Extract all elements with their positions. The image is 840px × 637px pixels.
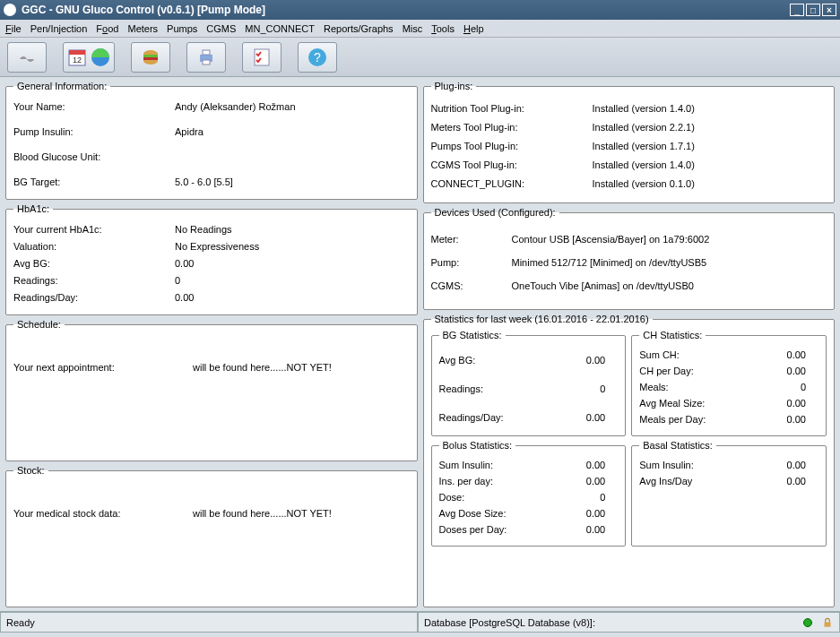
- plugin-status: Installed (version 1.4.0): [593, 101, 827, 116]
- ch-perday-value: 0.00: [765, 364, 818, 378]
- close-button[interactable]: ×: [822, 4, 836, 16]
- hba1c-rpd-label: Readings/Day:: [13, 290, 175, 305]
- content-area: General Information: Your Name:Andy (Ale…: [0, 77, 840, 611]
- bolus-sum-value: 0.00: [565, 458, 619, 472]
- menu-cgms[interactable]: CGMS: [206, 23, 236, 34]
- lock-icon: [821, 616, 834, 629]
- toolbar-button-5[interactable]: [242, 42, 281, 73]
- svg-rect-12: [825, 622, 831, 626]
- bolus-dpd-value: 0.00: [565, 522, 619, 537]
- globe-icon: [90, 47, 111, 68]
- svg-rect-5: [143, 57, 158, 60]
- device-kind: CGMS:: [431, 279, 512, 293]
- bolus-sum-label: Sum Insulin:: [439, 458, 565, 472]
- stock-value: will be found here......NOT YET!: [193, 508, 410, 519]
- titlebar: GGC - GNU Gluco Control (v0.6.1) [Pump M…: [0, 0, 840, 20]
- menu-file[interactable]: File: [5, 23, 22, 34]
- ch-avgmeal-label: Avg Meal Size:: [639, 396, 765, 410]
- hba1c-panel: HbA1c: Your current HbA1c:No Readings Va…: [5, 203, 418, 315]
- status-right: Database [PostgreSQL Database (v8)]:: [418, 612, 840, 633]
- toolbar: 12 ?: [0, 38, 840, 77]
- plugin-status: Installed (version 1.7.1): [593, 139, 827, 153]
- ch-mpd-value: 0.00: [765, 412, 818, 426]
- stats-panel: Statistics for last week (16.01.2016 - 2…: [423, 314, 836, 607]
- bg-rpd-value: 0.00: [565, 410, 619, 425]
- app-icon: [4, 4, 16, 16]
- statusbar: Ready Database [PostgreSQL Database (v8)…: [0, 611, 840, 633]
- bg-readings-value: 0: [565, 382, 619, 396]
- hba1c-readings-value: 0: [175, 273, 410, 288]
- maximize-button[interactable]: □: [806, 4, 820, 16]
- ch-stats-panel: CH Statistics: Sum CH:0.00 CH per Day:0.…: [631, 330, 827, 436]
- plugin-name: Meters Tool Plug-in:: [431, 120, 593, 134]
- toolbar-button-3[interactable]: [131, 42, 170, 73]
- menu-meters[interactable]: Meters: [127, 23, 158, 34]
- right-column: Plug-ins: Nutrition Tool Plug-in:Install…: [423, 81, 836, 607]
- basal-sum-value: 0.00: [765, 458, 818, 472]
- svg-text:12: 12: [73, 56, 82, 65]
- general-title: General Information:: [13, 81, 110, 91]
- menu-help[interactable]: Help: [463, 23, 484, 34]
- help-icon: ?: [307, 47, 328, 68]
- plugin-status: Installed (version 2.2.1): [593, 120, 827, 134]
- devices-title: Devices Used (Configured):: [431, 207, 559, 218]
- minimize-button[interactable]: _: [790, 4, 804, 16]
- ch-perday-label: CH per Day:: [639, 364, 765, 378]
- stock-label: Your medical stock data:: [13, 508, 193, 519]
- bolus-avgdose-value: 0.00: [565, 506, 619, 521]
- schedule-value: will be found here......NOT YET!: [193, 362, 410, 373]
- device-desc: Contour USB [Ascensia/Bayer] on 1a79:600…: [512, 232, 827, 246]
- calendar-icon: 12: [66, 47, 88, 68]
- left-column: General Information: Your Name:Andy (Ale…: [5, 81, 418, 607]
- stock-panel: Stock: Your medical stock data:will be f…: [5, 465, 418, 607]
- status-text: Ready: [6, 617, 35, 628]
- device-desc: OneTouch Vibe [Animas] on /dev/ttyUSB0: [512, 279, 827, 293]
- plugin-name: CONNECT_PLUGIN:: [431, 176, 593, 191]
- plugins-title: Plug-ins:: [431, 81, 477, 91]
- menu-mnconnect[interactable]: MN_CONNECT: [245, 23, 315, 34]
- svg-text:?: ?: [314, 50, 321, 65]
- bolus-dose-value: 0: [565, 490, 619, 504]
- plugins-panel: Plug-ins: Nutrition Tool Plug-in:Install…: [423, 81, 836, 203]
- status-indicator-icon: [803, 618, 812, 627]
- menubar: File Pen/Injection Food Meters Pumps CGM…: [0, 20, 840, 38]
- toolbar-button-1[interactable]: [7, 42, 47, 73]
- plugin-status: Installed (version 1.4.0): [593, 158, 827, 172]
- menu-misc[interactable]: Misc: [403, 23, 423, 34]
- basal-stats-title: Basal Statistics:: [639, 440, 716, 451]
- device-desc: Minimed 512/712 [Minimed] on /dev/ttyUSB…: [512, 255, 827, 270]
- basal-sum-label: Sum Insulin:: [639, 458, 765, 472]
- toolbar-button-2[interactable]: 12: [63, 42, 115, 73]
- bg-stats-title: BG Statistics:: [439, 330, 506, 340]
- devices-panel: Devices Used (Configured): Meter:Contour…: [423, 207, 836, 310]
- toolbar-button-6[interactable]: ?: [298, 42, 337, 73]
- basal-avg-value: 0.00: [765, 474, 818, 488]
- hba1c-title: HbA1c:: [13, 203, 53, 214]
- basal-stats-panel: Basal Statistics: Sum Insulin:0.00 Avg I…: [631, 440, 827, 547]
- svg-rect-8: [203, 60, 210, 65]
- menu-food[interactable]: Food: [96, 23, 118, 34]
- device-kind: Pump:: [431, 255, 512, 270]
- menu-pumps[interactable]: Pumps: [167, 23, 197, 34]
- ch-meals-value: 0: [765, 380, 818, 394]
- bolus-perday-label: Ins. per day:: [439, 474, 565, 488]
- plugin-name: CGMS Tool Plug-in:: [431, 158, 593, 172]
- burger-icon: [140, 47, 161, 68]
- bolus-stats-panel: Bolus Statistics: Sum Insulin:0.00 Ins. …: [431, 440, 627, 547]
- insulin-label: Pump Insulin:: [13, 125, 175, 139]
- menu-pen[interactable]: Pen/Injection: [30, 23, 88, 34]
- menu-reports[interactable]: Reports/Graphs: [324, 23, 394, 34]
- plugin-status: Installed (version 0.1.0): [593, 176, 827, 191]
- toolbar-button-4[interactable]: [186, 42, 226, 73]
- bgu-label: Blood Glucose Unit:: [13, 150, 175, 164]
- bolus-avgdose-label: Avg Dose Size:: [439, 506, 565, 521]
- menu-tools[interactable]: Tools: [431, 23, 455, 34]
- general-info-panel: General Information: Your Name:Andy (Ale…: [5, 81, 418, 200]
- device-kind: Meter:: [431, 232, 512, 246]
- plugin-name: Pumps Tool Plug-in:: [431, 139, 593, 153]
- insulin-value: Apidra: [175, 125, 410, 139]
- bolus-perday-value: 0.00: [565, 474, 619, 488]
- hba1c-valuation-value: No Expressiveness: [175, 239, 410, 254]
- checklist-icon: [251, 47, 273, 68]
- hba1c-rpd-value: 0.00: [175, 290, 410, 305]
